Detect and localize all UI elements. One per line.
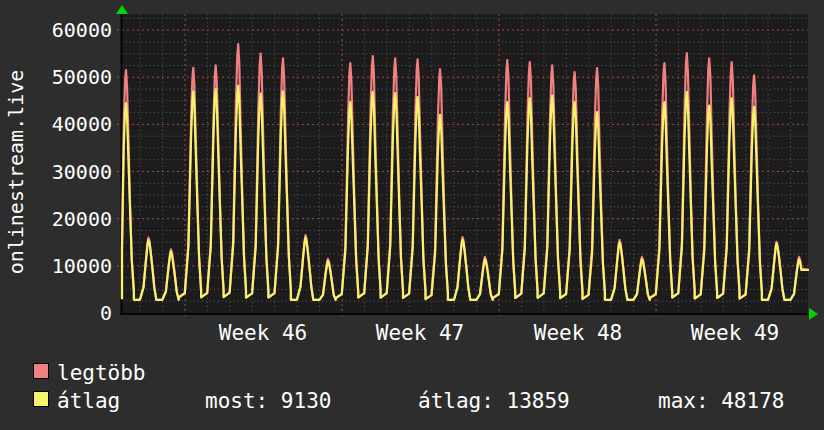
x-tick-label-week-49: Week 49 — [675, 320, 795, 346]
y-tick-label-10000: 10000 — [28, 253, 112, 279]
y-tick-label-60000: 60000 — [28, 17, 112, 43]
legend-label-atlag: átlag — [57, 388, 120, 414]
y-tick-label-50000: 50000 — [28, 64, 112, 90]
y-axis-arrow-icon — [116, 5, 128, 14]
y-tick-label-30000: 30000 — [28, 159, 112, 185]
y-tick-label-40000: 40000 — [28, 111, 112, 137]
stat-max: max: 48178 — [658, 388, 784, 414]
legend-label-legtobb: legtöbb — [57, 360, 146, 386]
stat-most: most: 9130 — [205, 388, 331, 414]
x-axis-arrow-icon — [809, 308, 818, 320]
y-tick-label-20000: 20000 — [28, 206, 112, 232]
x-tick-label-week-48: Week 48 — [518, 320, 638, 346]
legend-swatch-legtobb — [33, 363, 49, 379]
legend-swatch-atlag — [33, 391, 49, 407]
y-axis-title: onlinestream.live — [3, 9, 29, 335]
stat-atlag: átlag: 13859 — [418, 388, 570, 414]
y-tick-label-0: 0 — [28, 300, 112, 326]
rrd-graph: onlinestream.live 60000 50000 40000 3000… — [0, 0, 824, 430]
x-tick-label-week-46: Week 46 — [203, 320, 323, 346]
x-tick-label-week-47: Week 47 — [360, 320, 480, 346]
